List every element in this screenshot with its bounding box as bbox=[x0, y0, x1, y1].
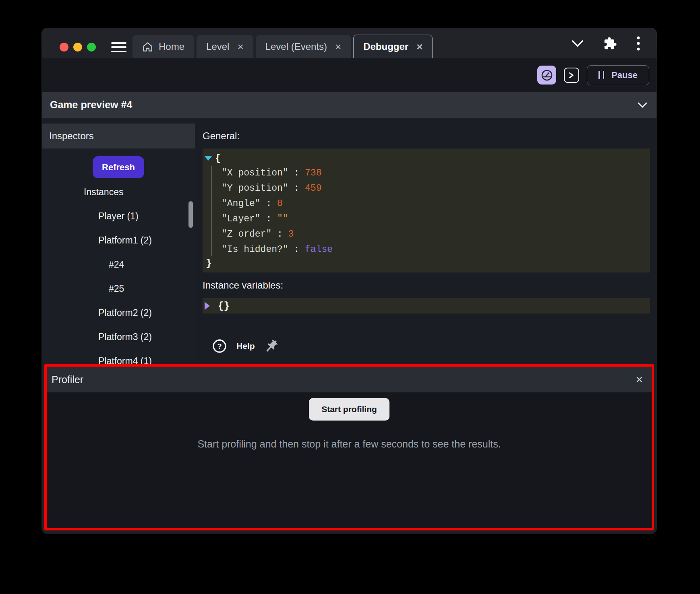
tab-label: Debugger bbox=[363, 41, 408, 52]
tree-item-platform3[interactable]: Platform3 (2) bbox=[42, 325, 195, 349]
help-row: ? Help bbox=[203, 339, 657, 353]
minimize-window-button[interactable] bbox=[73, 43, 82, 52]
pause-label: Pause bbox=[611, 70, 638, 80]
profiler-body: Start profiling Start profiling and then… bbox=[47, 392, 652, 528]
home-icon bbox=[142, 41, 153, 52]
profiler-title: Profiler bbox=[52, 374, 83, 386]
tree-item-platform2[interactable]: Platform2 (2) bbox=[42, 301, 195, 325]
profiler-panel: Profiler × Start profiling Start profili… bbox=[44, 364, 654, 530]
titlebar: Home Level × Level (Events) × Debugger × bbox=[42, 28, 657, 58]
open-brace: { bbox=[215, 153, 221, 164]
variables-braces: {} bbox=[218, 301, 230, 311]
tab-bar: Home Level × Level (Events) × Debugger × bbox=[133, 35, 433, 58]
close-brace: } bbox=[206, 258, 211, 269]
titlebar-actions bbox=[571, 28, 640, 58]
close-icon[interactable]: × bbox=[416, 41, 422, 52]
tab-label: Home bbox=[159, 41, 184, 52]
extensions-puzzle-icon[interactable] bbox=[603, 37, 617, 50]
svg-text:?: ? bbox=[217, 342, 222, 351]
start-profiling-button[interactable]: Start profiling bbox=[309, 398, 389, 421]
pause-icon bbox=[599, 71, 604, 79]
zoom-window-button[interactable] bbox=[87, 43, 96, 52]
profiler-gauge-icon bbox=[541, 69, 553, 82]
instance-inspector: General: { "X position" : 738 "Y positio… bbox=[195, 118, 657, 364]
tree-item-platform1[interactable]: Platform1 (2) bbox=[42, 228, 195, 252]
chevron-down-icon[interactable] bbox=[637, 102, 648, 108]
tab-debugger[interactable]: Debugger × bbox=[353, 35, 433, 58]
profiler-hint: Start profiling and then stop it after a… bbox=[197, 438, 501, 450]
tree-item-instances[interactable]: Instances bbox=[42, 180, 195, 204]
close-icon[interactable]: × bbox=[335, 41, 341, 52]
json-row-layer: "Layer" : "" bbox=[222, 211, 650, 227]
instances-tree: Instances Player (1) Platform1 (2) #24 #… bbox=[42, 180, 195, 364]
inspectors-sidebar: Inspectors Refresh Instances Player (1) … bbox=[42, 118, 195, 364]
help-icon[interactable]: ? bbox=[212, 339, 227, 353]
debugger-content: Inspectors Refresh Instances Player (1) … bbox=[42, 118, 657, 364]
general-label: General: bbox=[203, 130, 657, 142]
inspectors-header: Inspectors bbox=[42, 124, 195, 148]
pause-button[interactable]: Pause bbox=[587, 65, 649, 85]
console-chevron-icon bbox=[568, 72, 575, 79]
game-preview-title: Game preview #4 bbox=[50, 99, 132, 111]
menu-icon[interactable] bbox=[111, 42, 126, 52]
profiler-header: Profiler × bbox=[47, 367, 652, 392]
tree-item-instance-25[interactable]: #25 bbox=[42, 276, 195, 301]
general-json-view: { "X position" : 738 "Y position" : 459 … bbox=[203, 148, 650, 272]
refresh-button[interactable]: Refresh bbox=[93, 156, 144, 178]
tab-level[interactable]: Level × bbox=[197, 35, 253, 58]
instance-variables-view: {} bbox=[203, 298, 650, 314]
console-button[interactable] bbox=[564, 68, 579, 83]
close-icon[interactable]: × bbox=[237, 41, 243, 52]
indent-guide bbox=[211, 166, 212, 256]
json-row-z-order: "Z order" : 3 bbox=[222, 227, 650, 242]
tab-label: Level bbox=[206, 41, 229, 52]
tab-level-events[interactable]: Level (Events) × bbox=[256, 35, 351, 58]
app-window: Home Level × Level (Events) × Debugger × bbox=[42, 28, 657, 534]
instance-variables-label: Instance variables: bbox=[203, 280, 657, 291]
tree-item-player[interactable]: Player (1) bbox=[42, 204, 195, 228]
kebab-menu-icon[interactable] bbox=[636, 35, 640, 52]
unpin-icon[interactable] bbox=[265, 339, 278, 353]
collapse-toggle-icon[interactable] bbox=[204, 156, 212, 161]
tab-label: Level (Events) bbox=[265, 41, 327, 52]
json-row-is-hidden: "Is hidden?" : false bbox=[222, 242, 650, 257]
scrollbar-thumb[interactable] bbox=[188, 201, 193, 228]
close-window-button[interactable] bbox=[60, 43, 68, 52]
tree-item-platform4[interactable]: Platform4 (1) bbox=[42, 349, 195, 364]
profiler-toggle-button[interactable] bbox=[537, 66, 556, 85]
traffic-lights bbox=[60, 43, 96, 52]
profiler-close-icon[interactable]: × bbox=[636, 373, 643, 386]
tab-home[interactable]: Home bbox=[133, 35, 194, 58]
game-preview-selector[interactable]: Game preview #4 bbox=[42, 92, 657, 118]
debugger-toolbar: Pause bbox=[42, 58, 657, 92]
json-row-angle: "Angle" : 0 bbox=[222, 196, 650, 211]
json-row-x-position: "X position" : 738 bbox=[222, 165, 650, 181]
help-label[interactable]: Help bbox=[236, 341, 255, 351]
json-row-y-position: "Y position" : 459 bbox=[222, 181, 650, 196]
desktop-background: Home Level × Level (Events) × Debugger × bbox=[0, 0, 700, 594]
chevron-down-icon[interactable] bbox=[571, 39, 584, 47]
tree-item-instance-24[interactable]: #24 bbox=[42, 252, 195, 276]
expand-toggle-icon[interactable] bbox=[205, 302, 210, 310]
sidebar-scrollbar[interactable] bbox=[188, 118, 193, 364]
